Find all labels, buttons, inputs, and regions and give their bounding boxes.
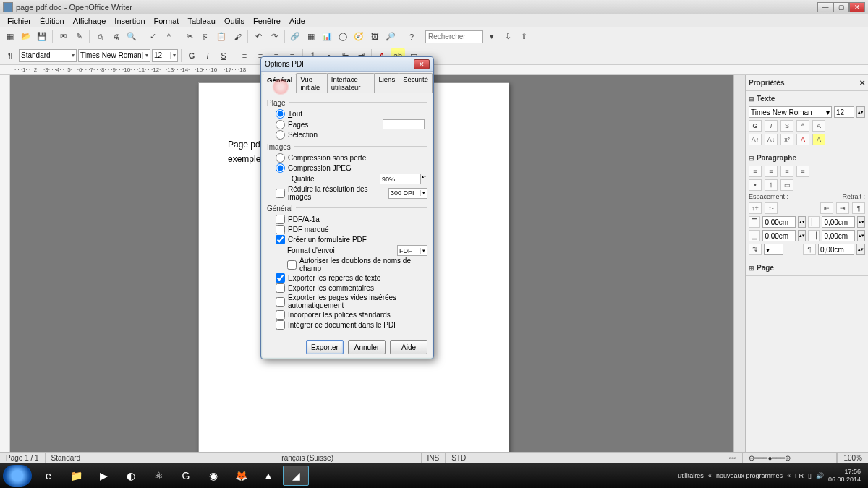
dialog-close-button[interactable]: ✕	[414, 59, 430, 69]
task-google-icon[interactable]: G	[173, 466, 199, 486]
export-button[interactable]: Exporter	[306, 340, 344, 354]
sp-align-justify-icon[interactable]: ≡	[796, 166, 809, 177]
edit-icon[interactable]: ✎	[72, 30, 86, 44]
sp-highlight-icon[interactable]: A	[812, 134, 825, 145]
help-button[interactable]: Aide	[390, 340, 427, 354]
sp-firstline-icon[interactable]: ¶	[803, 244, 816, 255]
sp-shadow-icon[interactable]: A	[812, 120, 825, 132]
italic-icon[interactable]: I	[200, 48, 215, 63]
sp-numbering-icon[interactable]: ⒈	[765, 179, 778, 191]
sp-align-left-icon[interactable]: ≡	[749, 166, 762, 177]
draw-icon[interactable]: ◯	[336, 30, 350, 44]
close-button[interactable]: ✕	[849, 2, 865, 12]
styles-icon[interactable]: ¶	[3, 48, 17, 63]
tray-label-1[interactable]: utilitaires	[678, 472, 704, 479]
section-page[interactable]: ⊞Page	[749, 262, 865, 273]
check-dup[interactable]: Autoriser les doublons de noms de champ	[287, 257, 427, 273]
task-firefox-icon[interactable]: 🦊	[228, 466, 254, 486]
menu-fenetre[interactable]: Fenêtre	[249, 17, 285, 25]
check-fonts[interactable]: Incorporer les polices standards	[276, 310, 427, 320]
status-zoom-slider[interactable]: ⊖━━━●━━━⊕	[743, 453, 837, 463]
sp-below-icon[interactable]: ▁	[749, 230, 760, 241]
status-std[interactable]: STD	[446, 453, 472, 463]
menu-edition[interactable]: Édition	[35, 17, 69, 25]
autospell-icon[interactable]: ᴬ	[161, 30, 176, 44]
menu-aide[interactable]: Aide	[285, 17, 310, 25]
task-chrome-icon[interactable]: ◉	[200, 466, 226, 486]
search-down-icon[interactable]: ▾	[485, 30, 499, 44]
sp-left-indent-icon[interactable]: ▏	[808, 216, 820, 228]
chart-icon[interactable]: 📊	[320, 30, 334, 44]
sp-bullets-icon[interactable]: •	[749, 179, 762, 191]
radio-lossless[interactable]: Compression sans perte	[276, 153, 427, 163]
sp-size[interactable]: 12	[834, 106, 854, 118]
sp-align-center-icon[interactable]: ≡	[765, 166, 778, 177]
search-prev-icon[interactable]: ⇧	[516, 30, 531, 44]
navigator-icon[interactable]: 🧭	[352, 30, 366, 44]
font-size-combo[interactable]: 12▾	[152, 49, 178, 62]
sp-linespace-combo[interactable]: ▾	[764, 244, 783, 255]
check-comments[interactable]: Exporter les commentaires	[276, 283, 427, 293]
sp-right-val[interactable]: 0,00cm	[822, 230, 855, 241]
sp-spacing-dec-icon[interactable]: ↕-	[765, 202, 778, 214]
paragraph-style-combo[interactable]: Standard▾	[19, 49, 77, 62]
tab-initial-view[interactable]: Vue initiale	[296, 73, 327, 93]
vertical-scrollbar[interactable]	[733, 75, 745, 470]
dialog-titlebar[interactable]: Options PDF ✕	[261, 57, 433, 72]
tray-sound-icon[interactable]: 🔊	[816, 472, 824, 479]
tab-general[interactable]: Général	[263, 74, 297, 93]
menu-outils[interactable]: Outils	[220, 17, 249, 25]
sp-indent-dec-icon[interactable]: ⇤	[820, 202, 833, 214]
check-pdfa[interactable]: PDF/A-1a	[276, 215, 427, 224]
tray-clock[interactable]: 17:56 06.08.2014	[828, 468, 861, 484]
quality-spin[interactable]: ▴▾	[420, 174, 427, 184]
spellcheck-icon[interactable]: ✓	[145, 30, 160, 44]
task-molecule-icon[interactable]: ⚛	[145, 466, 171, 486]
bold-icon[interactable]: G	[184, 48, 199, 63]
dpi-combo[interactable]: 300 DPI▾	[388, 188, 427, 199]
sp-linespace-icon[interactable]: ⇅	[749, 244, 762, 255]
sp-above-val[interactable]: 0,00cm	[762, 216, 796, 228]
check-tagged[interactable]: PDF marqué	[276, 225, 427, 234]
radio-selection[interactable]: Sélection	[276, 130, 427, 140]
sp-font-combo[interactable]: Times New Roman▾	[749, 106, 832, 118]
sp-shrink-icon[interactable]: A↓	[765, 134, 778, 145]
mail-icon[interactable]: ✉	[56, 30, 70, 44]
font-name-combo[interactable]: Times New Roman▾	[78, 49, 150, 62]
print-icon[interactable]: 🖨	[109, 30, 123, 44]
hyperlink-icon[interactable]: 🔗	[288, 30, 302, 44]
sp-below-val[interactable]: 0,00cm	[762, 230, 796, 241]
tray-label-2[interactable]: nouveaux programmes	[716, 472, 783, 479]
tab-security[interactable]: Sécurité	[399, 73, 433, 93]
submit-format-combo[interactable]: FDF▾	[397, 245, 427, 256]
sp-bg-icon[interactable]: ▭	[780, 179, 793, 191]
new-icon[interactable]: ▦	[3, 30, 17, 44]
sp-indent-inc-icon[interactable]: ⇥	[836, 202, 849, 214]
sp-underline-icon[interactable]: S	[780, 120, 793, 132]
undo-icon[interactable]: ↶	[251, 30, 265, 44]
status-lang[interactable]: Français (Suisse)	[190, 453, 422, 463]
menu-fichier[interactable]: Fichier	[3, 17, 35, 25]
sp-size-spin[interactable]: ▴▾	[856, 106, 865, 118]
sp-bold-icon[interactable]: G	[749, 120, 762, 132]
open-icon[interactable]: 📂	[19, 30, 33, 44]
sp-align-right-icon[interactable]: ≡	[780, 166, 793, 177]
menu-insertion[interactable]: Insertion	[110, 17, 149, 25]
sp-right-indent-icon[interactable]: ▕	[808, 230, 820, 241]
status-zoom[interactable]: 100%	[837, 453, 868, 463]
brush-icon[interactable]: 🖌	[230, 30, 244, 44]
tray-lang[interactable]: FR	[795, 472, 804, 479]
radio-pages[interactable]: Pages	[276, 120, 308, 129]
section-text[interactable]: ⊟Texte	[749, 93, 865, 104]
align-left-icon[interactable]: ≡	[237, 48, 252, 63]
save-icon[interactable]: 💾	[35, 30, 49, 44]
cancel-button[interactable]: Annuler	[348, 340, 386, 354]
underline-icon[interactable]: S	[216, 48, 231, 63]
section-paragraph[interactable]: ⊟Paragraphe	[749, 153, 865, 163]
pdf-export-icon[interactable]: ⎙	[93, 30, 107, 44]
task-app1-icon[interactable]: ◐	[118, 466, 144, 486]
check-bookmarks[interactable]: Exporter les repères de texte	[276, 273, 427, 283]
minimize-button[interactable]: —	[817, 2, 833, 12]
status-view-icons[interactable]: ▫▫▫	[723, 453, 744, 463]
sp-color-icon[interactable]: A	[796, 134, 809, 145]
